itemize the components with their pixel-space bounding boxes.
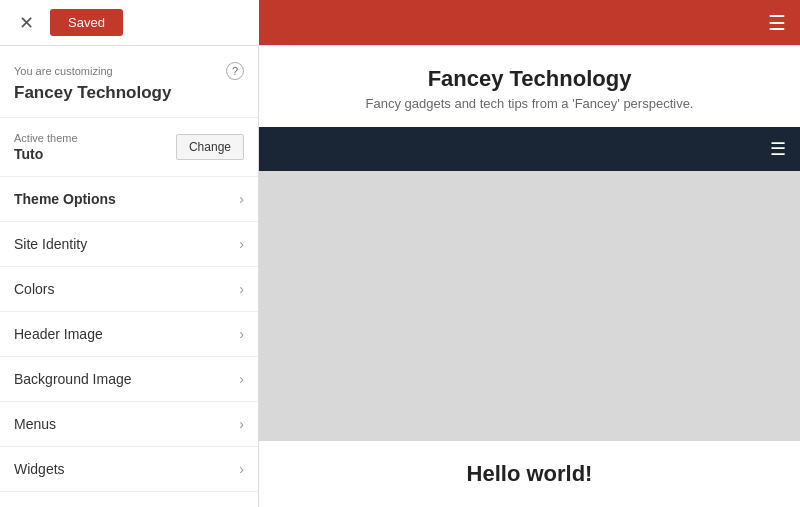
- top-bar-left: ✕ Saved: [0, 9, 259, 37]
- preview-site-title: Fancey Technology: [275, 66, 784, 92]
- theme-name: Tuto: [14, 146, 78, 162]
- nav-item-widgets[interactable]: Widgets ›: [0, 447, 258, 492]
- nav-label-colors: Colors: [14, 281, 54, 297]
- main-layout: You are customizing ? Fancey Technology …: [0, 46, 800, 507]
- help-icon[interactable]: ?: [226, 62, 244, 80]
- close-button[interactable]: ✕: [12, 9, 40, 37]
- customizing-label-row: You are customizing ?: [14, 62, 244, 80]
- nav-item-static-front-page[interactable]: Static Front Page ›: [0, 492, 258, 507]
- sidebar: You are customizing ? Fancey Technology …: [0, 46, 259, 507]
- chevron-right-icon: ›: [239, 371, 244, 387]
- nav-items-list: Theme Options › Site Identity › Colors ›…: [0, 177, 258, 507]
- chevron-right-icon: ›: [239, 416, 244, 432]
- nav-label-widgets: Widgets: [14, 461, 65, 477]
- nav-item-menus[interactable]: Menus ›: [0, 402, 258, 447]
- preview-site-tagline: Fancy gadgets and tech tips from a 'Fanc…: [275, 96, 784, 111]
- chevron-right-icon: ›: [239, 236, 244, 252]
- chevron-right-icon: ›: [239, 461, 244, 477]
- chevron-right-icon: ›: [239, 326, 244, 342]
- nav-item-colors[interactable]: Colors ›: [0, 267, 258, 312]
- nav-item-site-identity[interactable]: Site Identity ›: [0, 222, 258, 267]
- nav-item-background-image[interactable]: Background Image ›: [0, 357, 258, 402]
- preview-nav-hamburger-icon: ☰: [770, 138, 786, 160]
- active-theme-section: Active theme Tuto Change: [0, 118, 258, 177]
- top-bar-right: ☰: [259, 0, 800, 45]
- preview-site-nav: ☰: [259, 127, 800, 171]
- preview-hello-title: Hello world!: [275, 461, 784, 487]
- customizer-header: You are customizing ? Fancey Technology: [0, 46, 258, 118]
- change-theme-button[interactable]: Change: [176, 134, 244, 160]
- chevron-right-icon: ›: [239, 191, 244, 207]
- top-bar: ✕ Saved ☰: [0, 0, 800, 46]
- preview-hamburger-icon[interactable]: ☰: [768, 11, 786, 35]
- nav-item-theme-options[interactable]: Theme Options ›: [0, 177, 258, 222]
- nav-label-theme-options: Theme Options: [14, 191, 116, 207]
- preview-site-header: Fancey Technology Fancy gadgets and tech…: [259, 46, 800, 127]
- active-theme-info: Active theme Tuto: [14, 132, 78, 162]
- customizing-text: You are customizing: [14, 65, 113, 77]
- nav-label-site-identity: Site Identity: [14, 236, 87, 252]
- chevron-right-icon: ›: [239, 281, 244, 297]
- saved-button[interactable]: Saved: [50, 9, 123, 36]
- nav-label-background-image: Background Image: [14, 371, 132, 387]
- sidebar-site-name: Fancey Technology: [14, 83, 244, 103]
- preview-area: Fancey Technology Fancy gadgets and tech…: [259, 46, 800, 507]
- active-theme-label: Active theme: [14, 132, 78, 144]
- nav-label-menus: Menus: [14, 416, 56, 432]
- preview-hello-section: Hello world!: [259, 441, 800, 507]
- preview-hero-image: [259, 171, 800, 441]
- nav-label-header-image: Header Image: [14, 326, 103, 342]
- nav-item-header-image[interactable]: Header Image ›: [0, 312, 258, 357]
